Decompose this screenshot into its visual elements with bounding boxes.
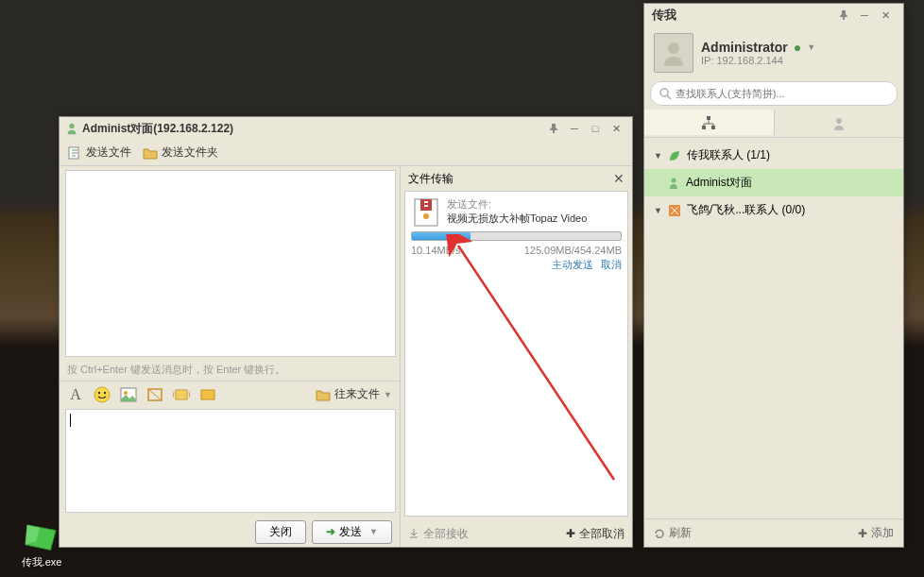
svg-rect-12 [424,201,428,203]
svg-point-16 [668,42,679,54]
transfer-tab-title: 文件传输 [408,171,613,187]
svg-rect-19 [707,116,710,120]
transfer-close-icon[interactable]: ✕ [613,171,625,186]
send-folder-button[interactable]: 发送文件夹 [143,144,218,161]
add-button[interactable]: ✚ 添加 [858,525,894,541]
transfer-size: 125.09MB/454.24MB [524,245,622,256]
desktop-icon-label: 传我.exe [13,555,70,569]
pin-button[interactable] [833,7,854,24]
svg-rect-21 [711,126,715,129]
chat-toolbar: 发送文件 发送文件夹 [60,140,632,166]
transfer-progress-bar [411,231,622,241]
search-box[interactable] [650,81,898,106]
contacts-titlebar[interactable]: 传我 ─ ✕ [644,4,903,26]
cancel-all-button[interactable]: ✚ 全部取消 [566,526,625,542]
svg-point-3 [98,391,100,393]
screenshot-icon[interactable] [146,386,163,403]
contacts-tabs [644,110,903,138]
svg-point-23 [672,178,676,182]
message-display [65,170,396,357]
close-button[interactable]: ✕ [875,7,896,24]
search-input[interactable] [676,88,889,99]
chevron-down-icon: ▼ [654,206,662,215]
contact-group[interactable]: ▼ 飞鸽/飞秋...联系人 (0/0) [644,196,903,224]
cancel-link[interactable]: 取消 [601,258,622,272]
svg-point-17 [660,89,668,96]
svg-point-4 [104,391,106,393]
profile-name: Administrator ● ▼ [701,40,894,55]
person-icon [830,115,847,132]
tab-friends[interactable] [775,110,904,137]
active-send-link[interactable]: 主动发送 [552,258,593,272]
transfer-filename: 视频无损放大补帧Topaz Video [447,212,622,226]
svg-rect-8 [176,390,187,399]
contact-item[interactable]: Administ对面 [644,169,903,196]
emoji-icon[interactable] [94,386,111,403]
input-hint: 按 Ctrl+Enter 键发送消息时，按 Enter 键换行。 [60,359,400,381]
status-indicator: ● [794,40,801,55]
svg-line-18 [667,95,671,99]
close-chat-button[interactable]: 关闭 [255,520,306,544]
svg-point-14 [423,213,429,219]
network-icon [700,114,717,131]
format-toolbar: A 往来文件 ▼ [60,381,400,407]
image-icon[interactable] [120,386,137,403]
avatar[interactable] [654,33,693,73]
svg-point-22 [836,118,842,124]
profile-section: Administrator ● ▼ IP: 192.168.2.144 [644,26,903,79]
pin-button[interactable] [543,120,564,137]
svg-point-2 [94,387,110,402]
app-icon [668,204,681,217]
past-files-button[interactable]: 往来文件 ▼ [316,386,392,402]
contact-group[interactable]: ▼ 传我联系人 (1/1) [644,142,903,169]
maximize-button[interactable]: □ [585,120,606,137]
contacts-window: 传我 ─ ✕ Administrator ● ▼ IP: 192.168.2.1… [643,3,904,548]
message-input[interactable] [65,409,396,513]
send-file-button[interactable]: 发送文件 [67,144,131,161]
shake-icon[interactable] [173,386,190,403]
chat-window: Administ对面(192.168.2.122) ─ □ ✕ 发送文件 发送文… [59,116,633,548]
svg-rect-20 [702,126,706,129]
contacts-footer: 刷新 ✚ 添加 [644,518,903,547]
svg-point-6 [124,391,128,395]
transfer-speed: 10.14MB/s [411,245,461,256]
close-button[interactable]: ✕ [606,120,626,137]
svg-point-0 [69,124,74,128]
refresh-button[interactable]: 刷新 [654,525,692,541]
minimize-button[interactable]: ─ [564,120,585,137]
transfer-panel: 发送文件: 视频无损放大补帧Topaz Video 10.14MB/s 125.… [404,191,628,517]
send-button[interactable]: ➜发送▼ [312,520,392,544]
chat-titlebar[interactable]: Administ对面(192.168.2.122) ─ □ ✕ [60,117,632,140]
more-icon[interactable] [199,386,216,403]
transfer-send-label: 发送文件: [447,198,491,210]
leaf-icon [668,149,681,162]
svg-rect-9 [201,390,214,399]
font-icon[interactable]: A [67,386,84,403]
contacts-list: ▼ 传我联系人 (1/1) Administ对面 ▼ 飞鸽/飞秋...联系人 (… [644,138,903,520]
user-icon [65,122,78,135]
accept-all-button[interactable]: 全部接收 [408,526,469,542]
tab-contacts[interactable] [644,110,775,137]
app-title: 传我 [652,7,833,24]
search-icon [659,87,672,100]
chevron-down-icon: ▼ [654,151,662,161]
chat-title: Administ对面(192.168.2.122) [82,121,543,137]
svg-rect-13 [424,205,428,207]
file-archive-icon [411,197,441,228]
user-icon [667,177,680,190]
minimize-button[interactable]: ─ [854,7,875,24]
profile-ip: IP: 192.168.2.144 [701,55,894,66]
